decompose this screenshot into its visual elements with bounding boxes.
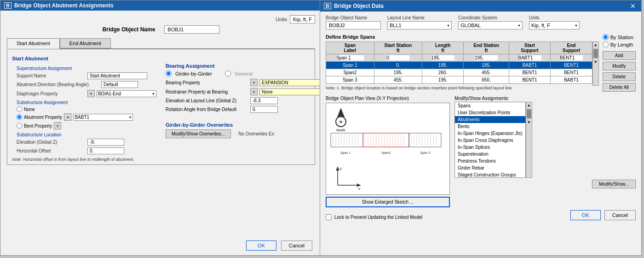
start-support-input-cell[interactable] <box>509 54 550 62</box>
span-row-2[interactable]: Span2195.260.455.BENT1BENT1 <box>326 69 592 76</box>
list-item-spans[interactable]: Spans <box>455 102 525 109</box>
modify-span-button[interactable]: Modify <box>603 62 636 70</box>
modify-scroll-up[interactable]: ▲ <box>527 102 531 108</box>
units-select-right[interactable]: Kip, ft, F <box>529 21 580 29</box>
support-name-input[interactable] <box>87 72 147 79</box>
scroll-thumb[interactable] <box>593 49 598 58</box>
list-item-abutments[interactable]: Abutments <box>455 116 525 123</box>
superstructure-title: Superstructure Assignment <box>17 66 156 71</box>
bearing-prop-input[interactable] <box>259 79 324 86</box>
left-dialog-title: Bridge Object Abutment Assignments <box>14 2 114 9</box>
abutment-dir-input[interactable] <box>101 81 138 88</box>
units-label-right: Units <box>529 15 580 20</box>
right-dialog-titlebar: B Bridge Object Data ✕ <box>320 0 641 12</box>
list-item-user-disc[interactable]: User Discretization Points <box>455 109 525 116</box>
right-title-icon: B <box>324 3 331 9</box>
list-item-girder-rebar[interactable]: Girder Rebar <box>455 164 525 171</box>
restrainer-plus-btn[interactable]: + <box>250 88 258 95</box>
abutment-dir-label: Abutment Direction (Bearing Angle) <box>17 82 99 87</box>
add-span-button[interactable]: Add <box>603 51 636 60</box>
right-ok-button[interactable]: OK <box>570 210 601 220</box>
left-dialog: B Bridge Object Abutment Assignments Uni… <box>0 0 322 256</box>
horizontal-note: Note: Horizontal offset is from layout l… <box>12 157 156 162</box>
plan-view-label: Bridge Object Plan View (X-Y Projection) <box>326 96 450 101</box>
layout-line-select[interactable]: BLL1 <box>387 21 452 29</box>
modify-scroll-thumb[interactable] <box>527 109 531 118</box>
rotation-input[interactable] <box>250 106 278 113</box>
length-input-cell[interactable] <box>422 54 463 62</box>
plan-view-box: N North <box>326 103 450 195</box>
span-row-1[interactable]: Span 10.195.195.BABT1BENT1 <box>326 62 592 69</box>
svg-text:X: X <box>358 187 361 190</box>
modify-show-btn[interactable]: Modify/Show... <box>592 180 636 188</box>
list-item-bents[interactable]: Bents <box>455 123 525 130</box>
left-ok-button[interactable]: OK <box>246 240 276 251</box>
left-dialog-titlebar: B Bridge Object Abutment Assignments <box>0 0 322 11</box>
list-item-cross-diaphragms[interactable]: In-Span Cross Diaphragms <box>455 137 525 144</box>
svg-text:Span 3: Span 3 <box>420 151 430 155</box>
modify-scroll-down[interactable]: ▼ <box>527 119 531 125</box>
scroll-down-arrow[interactable]: ▼ <box>594 59 598 65</box>
modify-list-scrollbar[interactable]: ▲ ▼ <box>526 102 532 178</box>
spans-scrollbar[interactable]: ▲ ▼ <box>592 41 599 86</box>
list-item-splices[interactable]: In-Span Splices <box>455 144 525 151</box>
left-cancel-button[interactable]: Cancel <box>281 240 312 251</box>
diaphragm-label: Diaphragm Property <box>17 91 86 96</box>
abutment-plus-btn[interactable]: + <box>64 113 71 121</box>
end-support-input-cell[interactable] <box>551 54 592 62</box>
svg-text:Span2: Span2 <box>381 151 391 155</box>
spans-note: Note: 1. Bridge object location is based… <box>326 86 599 90</box>
by-station-radio[interactable] <box>603 34 609 40</box>
list-item-superelevation[interactable]: Superelevation <box>455 151 525 158</box>
horizontal-label: Horizontal Offset <box>17 148 86 153</box>
delete-all-button[interactable]: Delete All <box>603 83 636 92</box>
elevation-input-left[interactable] <box>87 139 124 146</box>
end-station-input-cell[interactable] <box>464 54 509 62</box>
abutment-select[interactable]: BABT1 <box>73 114 133 121</box>
list-item-hinges[interactable]: In-Span Hinges (Expansion Jts) <box>455 130 525 137</box>
right-cancel-button[interactable]: Cancel <box>604 210 636 220</box>
elevation-bearing-label: Elevation at Layout Line (Global Z) <box>166 98 248 103</box>
general-radio[interactable] <box>225 70 231 76</box>
svg-rect-12 <box>363 133 409 147</box>
diaphragm-plus-btn[interactable]: + <box>87 90 95 97</box>
delete-span-button[interactable]: Delete <box>603 72 636 81</box>
restrainer-input[interactable] <box>259 88 324 95</box>
girder-by-girder-radio[interactable] <box>166 70 172 76</box>
start-station-input-cell[interactable] <box>374 54 422 62</box>
modify-list: Spans User Discretization Points Abutmen… <box>454 102 526 178</box>
lock-checkbox[interactable] <box>326 214 332 220</box>
col-start-station: Start Stationft <box>374 42 422 54</box>
abutment-radio[interactable] <box>17 114 22 120</box>
bearing-prop-label: Bearing Property <box>166 80 248 85</box>
modify-overwrites-btn[interactable]: Modify/Show Overwrites... <box>166 129 231 138</box>
diaphragm-select[interactable]: BDIA1-End <box>97 90 156 97</box>
svg-marker-43 <box>336 167 339 170</box>
coord-system-select[interactable]: GLOBAL <box>458 21 523 29</box>
by-length-radio[interactable] <box>603 41 609 47</box>
left-title-icon: B <box>4 2 12 9</box>
list-item-prestress[interactable]: Prestress Tendons <box>455 158 525 164</box>
span-row-3[interactable]: Span 3455.195.650.BENT1BABT1 <box>326 76 592 84</box>
bearing-title: Bearing Assignment <box>166 63 324 69</box>
elevation-bearing-input[interactable] <box>250 97 278 104</box>
bent-radio[interactable] <box>17 123 22 129</box>
none-radio[interactable] <box>17 106 22 112</box>
right-close-button[interactable]: ✕ <box>628 2 638 10</box>
coord-system-label: Coordinate System <box>458 15 523 20</box>
bridge-obj-name-input-left[interactable] <box>164 25 219 34</box>
show-enlarged-button[interactable]: Show Enlarged Sketch ... <box>326 197 450 207</box>
by-length-label: By Length <box>610 42 633 47</box>
list-item-staged[interactable]: Staged Construction Groups <box>455 171 525 178</box>
bearing-prop-plus-btn[interactable]: + <box>250 79 258 86</box>
bent-plus-btn[interactable]: + <box>54 122 61 129</box>
tab-start-abutment[interactable]: Start Abutment <box>7 38 60 49</box>
horizontal-input[interactable] <box>87 147 124 154</box>
tab-end-abutment[interactable]: End Abutment <box>60 38 111 48</box>
girder-overwrites-title: Girder-by-Girder Overwrites <box>166 122 324 128</box>
scroll-up-arrow[interactable]: ▲ <box>594 42 598 48</box>
bridge-obj-name-input-right[interactable] <box>326 21 381 29</box>
svg-text:Span 1: Span 1 <box>340 151 351 155</box>
span-label-input-cell[interactable] <box>326 54 374 62</box>
abutment-radio-label: Abutment Property <box>24 115 62 120</box>
